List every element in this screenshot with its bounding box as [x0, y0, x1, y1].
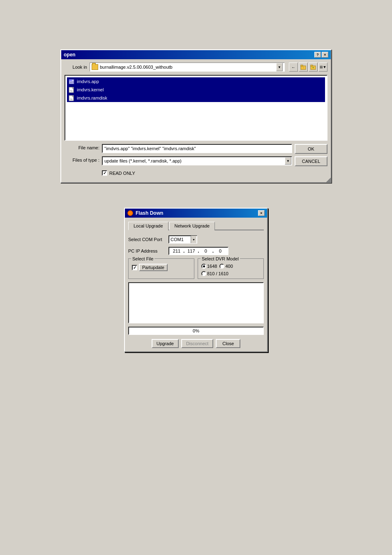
radio-label-1648: 1648 [207, 264, 217, 269]
flash-logo-icon [127, 210, 133, 216]
new-folder-button[interactable]: + [309, 63, 318, 72]
radio-circle-1648 [201, 264, 206, 269]
radio-label-810: 810 / 1610 [207, 271, 228, 276]
ramdisk-file-icon: img [69, 95, 75, 101]
app-file-icon: APP [69, 78, 75, 85]
file-item-name: imdvrs.app [77, 79, 99, 84]
files-of-type-label: Files of type : [65, 156, 99, 163]
flash-close-button[interactable]: × [258, 210, 265, 216]
ip-address-field[interactable]: . . . [168, 247, 228, 255]
select-dvr-content: 1648 400 810 / 1610 [201, 262, 260, 276]
file-item-kernel[interactable]: img imdvrs.kernel [67, 86, 325, 94]
help-button[interactable]: ? [314, 52, 321, 58]
flash-dialog-title: Flash Down [136, 210, 163, 216]
close-button[interactable]: × [322, 52, 328, 58]
com-port-dropdown-btn[interactable]: ▼ [191, 236, 196, 243]
file-item-app[interactable]: APP imdvrs.app [67, 77, 325, 86]
flash-dialog-titlebar: Flash Down × [125, 209, 267, 218]
radio-400[interactable]: 400 [219, 264, 233, 269]
progress-bar-container: 0% [128, 327, 264, 335]
up-folder-button[interactable]: ↑ [299, 63, 308, 72]
title-buttons: ? × [314, 52, 328, 58]
open-dialog: open ? × Look in burnallimage.v2.5.00.06… [60, 49, 332, 183]
file-list-area[interactable]: APP imdvrs.app img imdvrs.kernel [65, 75, 327, 141]
two-groups-row: Select File ✓ Partupdate Select DVR Mode… [128, 258, 264, 279]
file-item-ramdisk[interactable]: img imdvrs.ramdisk [67, 94, 325, 102]
svg-text:img: img [70, 90, 72, 92]
look-in-label: Look in [65, 65, 87, 70]
radio-label-400: 400 [225, 264, 233, 269]
com-port-value: COM1 [169, 237, 191, 242]
ok-button[interactable]: OK [295, 144, 327, 154]
partupdate-button[interactable]: Partupdate [139, 264, 168, 271]
svg-text:APP: APP [70, 81, 74, 84]
file-name-input[interactable] [102, 144, 292, 153]
flash-dialog: Flash Down × Local Upgrade Network Upgra… [124, 208, 268, 352]
kernel-file-icon: img [69, 86, 75, 93]
radio-810-1610[interactable]: 810 / 1610 [201, 271, 228, 276]
svg-text:↑: ↑ [302, 66, 304, 70]
look-in-dropdown-btn[interactable]: ▼ [276, 63, 283, 71]
disconnect-button[interactable]: Disconnect [181, 339, 213, 348]
up-folder-icon: ↑ [300, 64, 306, 70]
ip-sep-3: . [212, 248, 214, 254]
ip-part-3[interactable] [200, 248, 212, 253]
radio-circle-400 [219, 264, 224, 269]
open-dialog-title: open [64, 52, 76, 58]
tab-network-upgrade[interactable]: Network Upgrade [169, 222, 215, 230]
look-in-combo[interactable]: burnallimage.v2.5.00.0603_withoutb ▼ [90, 63, 285, 72]
file-check-icon: ✓ [133, 265, 136, 270]
dialog-footer [61, 179, 331, 182]
svg-text:img: img [70, 98, 72, 100]
files-of-type-value: update files (*.kernel, *.ramdisk, *.app… [103, 158, 284, 163]
select-file-group: Select File ✓ Partupdate [128, 258, 194, 279]
look-in-combo-inner: burnallimage.v2.5.00.0603_withoutb [92, 64, 275, 70]
ip-sep-1: . [183, 248, 184, 254]
ip-sep-2: . [198, 248, 199, 254]
radio-circle-810 [201, 271, 206, 276]
select-dvr-group: Select DVR Model 1648 400 [198, 258, 264, 279]
view-button[interactable]: ⊞▼ [318, 63, 327, 72]
ip-part-2[interactable] [185, 248, 197, 253]
svg-text:+: + [312, 66, 314, 70]
radio-row: 1648 400 810 / 1610 [201, 264, 260, 276]
open-dialog-titlebar: open ? × [61, 50, 331, 59]
select-file-content: ✓ Partupdate [132, 262, 191, 271]
select-dvr-legend: Select DVR Model [201, 256, 240, 261]
files-of-type-dropdown[interactable]: ▼ [285, 157, 291, 165]
files-of-type-combo[interactable]: update files (*.kernel, *.ramdisk, *.app… [102, 156, 292, 165]
log-area [128, 282, 264, 323]
bottom-buttons-row: Upgrade Disconnect Close [128, 339, 264, 348]
look-in-row: Look in burnallimage.v2.5.00.0603_withou… [65, 63, 327, 72]
readonly-label: READ ONLY [109, 171, 135, 176]
file-item-name: imdvrs.kernel [77, 87, 104, 92]
ip-part-4[interactable] [214, 248, 226, 253]
ip-address-row: PC IP Address . . . [128, 247, 264, 255]
look-in-value: burnallimage.v2.5.00.0603_withoutb [100, 65, 275, 70]
file-name-label: File name: [65, 144, 99, 150]
close-dialog-button[interactable]: Close [216, 339, 240, 348]
radio-1648[interactable]: 1648 [201, 264, 217, 269]
upgrade-button[interactable]: Upgrade [152, 339, 179, 348]
tabs-row: Local Upgrade Network Upgrade [128, 221, 264, 230]
open-dialog-body: Look in burnallimage.v2.5.00.0603_withou… [61, 59, 331, 179]
folder-icon [92, 64, 98, 70]
file-item-name: imdvrs.ramdisk [77, 95, 107, 100]
select-file-checkbox[interactable]: ✓ [132, 265, 137, 270]
com-port-row: Select COM Port COM1 ▼ [128, 235, 264, 244]
back-button[interactable]: ← [289, 63, 298, 72]
check-icon: ✓ [103, 171, 106, 175]
readonly-checkbox[interactable]: ✓ [102, 170, 107, 176]
progress-text: 0% [193, 328, 199, 333]
cancel-button[interactable]: CANCEL [295, 156, 327, 166]
tab-local-upgrade[interactable]: Local Upgrade [128, 222, 168, 230]
readonly-row: ✓ READ ONLY [102, 169, 292, 176]
flash-dialog-body: Local Upgrade Network Upgrade Select COM… [125, 218, 267, 351]
ip-part-1[interactable] [171, 248, 182, 253]
flash-title-area: Flash Down [127, 210, 163, 216]
ip-label: PC IP Address [128, 248, 165, 253]
resize-handle[interactable] [326, 177, 331, 182]
com-port-combo[interactable]: COM1 ▼ [168, 235, 197, 244]
select-file-legend: Select File [131, 256, 154, 261]
new-folder-icon: + [310, 64, 316, 70]
